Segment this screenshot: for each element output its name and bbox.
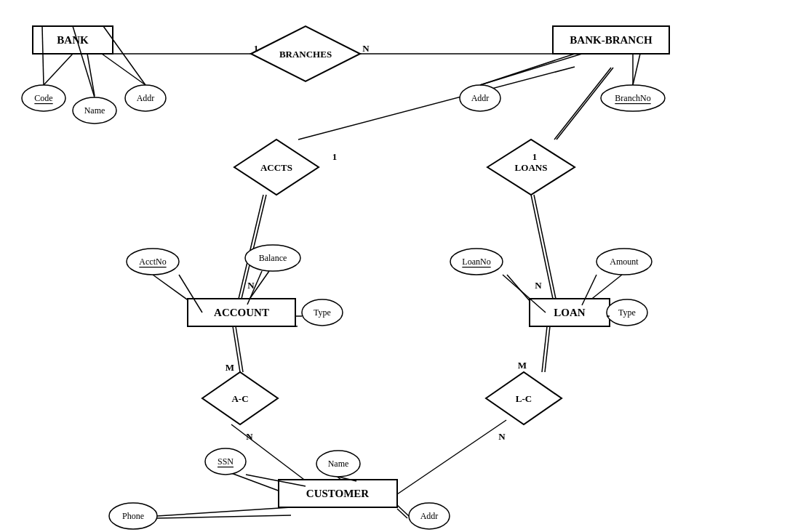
attr-bank-addr-label: Addr <box>137 93 155 103</box>
entity-customer-label: CUSTOMER <box>306 488 370 499</box>
attr-bank-name-label: Name <box>84 105 105 116</box>
attr-cust-phone-label: Phone <box>122 511 144 521</box>
attr-loan-loanno-label: LoanNo <box>462 257 490 267</box>
card-branches-bankbranch: N <box>362 43 370 54</box>
card-accts-top: 1 <box>332 151 338 162</box>
card-bank-branches: 1 <box>254 43 259 54</box>
attr-loan-type-label: Type <box>618 307 636 318</box>
line-bank-name <box>87 54 95 96</box>
card-lc-bottom: N <box>498 431 506 442</box>
attr-cust-ssn-label: SSN <box>218 456 234 467</box>
rel-accts-label: ACCTS <box>260 162 292 173</box>
attr-acct-acctno-label: AcctNo <box>139 257 166 267</box>
line-lc-customer <box>397 420 506 494</box>
attr-bank-code-label: Code <box>34 93 52 103</box>
line-cust-phone <box>157 515 291 518</box>
entity-bank-branch-label: BANK-BRANCH <box>570 34 653 46</box>
entity-bank-label: BANK <box>57 34 89 46</box>
conn-bank-addr <box>103 26 145 85</box>
card-accts-bottom: N <box>247 280 255 291</box>
conn-bb-branchno <box>633 54 640 85</box>
er-diagram: BRANCHES ACCTS LOANS A-C L-C BANK BANK-B… <box>0 0 798 532</box>
attr-cust-addr-label: Addr <box>420 511 439 521</box>
entity-account-label: ACCOUNT <box>214 307 269 318</box>
line-bank-code <box>44 54 73 85</box>
entity-loan-label: LOAN <box>554 307 586 318</box>
attr-bb-addr-label: Addr <box>471 93 490 103</box>
conn-cust-phone <box>157 507 291 516</box>
card-loans-top: 1 <box>532 151 538 162</box>
rel-loans-label: LOANS <box>515 162 548 173</box>
line-bankbranch-accts <box>298 67 575 140</box>
attr-cust-name-label: Name <box>328 459 349 469</box>
attr-acct-balance-label: Balance <box>259 253 287 263</box>
rel-branches-label: BRANCHES <box>279 49 332 60</box>
line-loan-lc1 <box>542 326 547 372</box>
line-bank-addr <box>102 54 145 85</box>
card-ac-bottom: N <box>246 431 253 442</box>
card-lc-top: M <box>518 360 527 371</box>
rel-lc-label: L-C <box>516 393 532 404</box>
card-loans-bottom: N <box>535 280 542 291</box>
card-ac-top: M <box>226 362 234 373</box>
attr-loan-amount-label: Amount <box>610 257 639 267</box>
attr-bb-branchno-label: BranchNo <box>615 93 650 103</box>
rel-ac-label: A-C <box>231 393 248 404</box>
line-loan-lc2 <box>545 326 550 372</box>
attr-acct-type-label: Type <box>314 307 331 318</box>
line-bankbranch-loans <box>554 68 611 140</box>
